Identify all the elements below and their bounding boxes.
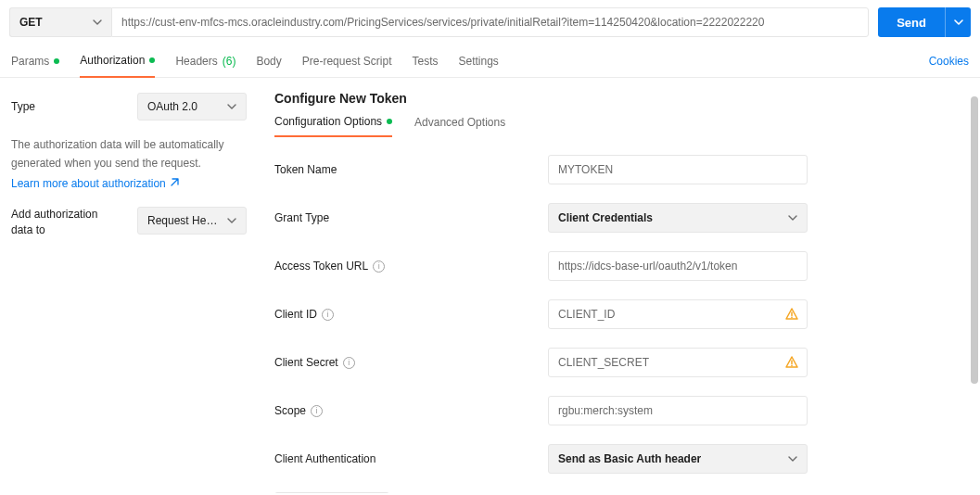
add-auth-data-select[interactable]: Request Hea... [137,207,247,235]
label-client-auth: Client Authentication [274,452,548,465]
tab-tests[interactable]: Tests [412,45,438,77]
svg-point-1 [791,316,793,318]
chevron-down-icon [954,18,963,27]
scrollbar-thumb[interactable] [971,96,978,384]
input-client-id-wrap [548,299,808,329]
scrollbar-track[interactable] [969,80,980,495]
select-value: Client Credentials [558,211,653,224]
sub-tabs: Configuration Options Advanced Options [274,115,963,138]
label-text: Scope [274,404,306,417]
row-client-id: Client ID i [274,299,963,329]
status-dot-icon [387,119,392,124]
input-client-secret-wrap [548,348,808,377]
input-client-id[interactable] [558,308,797,321]
auth-type-row: Type OAuth 2.0 [11,93,247,121]
main-area: Type OAuth 2.0 The authorization data wi… [0,78,980,493]
label-text: Client Authentication [274,452,375,465]
input-token-name[interactable] [558,163,797,176]
input-scope-wrap [548,396,808,425]
request-bar: GET Send [0,0,980,44]
info-icon[interactable]: i [322,309,334,321]
row-access-token-url: Access Token URL i [274,251,963,281]
label-text: Token Name [274,163,337,176]
external-link-icon [170,177,179,190]
auth-description-line: The authorization data will be automatic… [11,135,247,154]
method-value: GET [19,16,43,29]
row-client-auth: Client Authentication Send as Basic Auth… [274,444,963,474]
info-icon[interactable]: i [343,357,355,369]
send-dropdown-button[interactable] [945,7,971,37]
chevron-down-icon [788,213,797,222]
tab-label: Authorization [80,54,145,67]
tab-label: Headers [175,55,217,68]
tabs-row: Params Authorization Headers (6) Body Pr… [0,44,980,78]
input-token-name-wrap [548,155,808,184]
row-scope: Scope i [274,396,963,425]
learn-more-link[interactable]: Learn more about authorization [11,177,179,190]
send-button-group: Send [878,7,971,37]
learn-more-text: Learn more about authorization [11,177,166,190]
chevron-down-icon [227,102,236,111]
input-client-secret[interactable] [558,356,797,369]
tab-body[interactable]: Body [256,45,281,77]
tab-label: Params [11,55,49,68]
select-value: Send as Basic Auth header [558,452,701,465]
tab-prerequest-script[interactable]: Pre-request Script [302,45,392,77]
label-text: Access Token URL [274,260,368,273]
auth-type-value: OAuth 2.0 [147,100,197,113]
label-scope: Scope i [274,404,548,417]
input-scope[interactable] [558,404,797,417]
input-access-token-url-wrap [548,251,808,281]
info-icon[interactable]: i [311,405,323,417]
label-line: Add authorization [11,207,113,222]
input-access-token-url[interactable] [558,260,797,273]
oauth-config-panel: Configure New Token Configuration Option… [258,78,980,493]
url-input[interactable] [111,7,869,37]
chevron-down-icon [227,216,236,225]
info-icon[interactable]: i [373,260,385,273]
warning-icon [784,307,799,324]
add-auth-data-row: Add authorization data to Request Hea... [11,207,247,238]
panel-title: Configure New Token [274,91,963,106]
auth-sidebar: Type OAuth 2.0 The authorization data wi… [0,78,258,493]
label-access-token-url: Access Token URL i [274,260,548,273]
row-client-secret: Client Secret i [274,348,963,377]
select-client-auth[interactable]: Send as Basic Auth header [548,444,808,474]
chevron-down-icon [93,18,102,27]
clear-cookies-row: Clear cookies i [274,492,963,493]
label-client-secret: Client Secret i [274,356,548,369]
subtab-advanced-options[interactable]: Advanced Options [414,115,505,137]
select-grant-type[interactable]: Client Credentials [548,203,808,233]
tab-headers[interactable]: Headers (6) [175,45,235,77]
tab-params[interactable]: Params [11,45,59,77]
row-grant-type: Grant Type Client Credentials [274,203,963,233]
cookies-link[interactable]: Cookies [929,45,969,77]
type-label: Type [11,100,35,113]
label-text: Client ID [274,308,317,321]
headers-count: (6) [223,55,236,68]
auth-description-line: generated when you send the request. [11,154,247,172]
label-client-id: Client ID i [274,308,548,321]
add-auth-data-value: Request Hea... [147,214,222,227]
tab-settings[interactable]: Settings [459,45,499,77]
chevron-down-icon [788,454,797,463]
label-line: data to [11,222,113,238]
label-text: Client Secret [274,356,338,369]
subtab-configuration-options[interactable]: Configuration Options [274,115,392,137]
clear-cookies-button[interactable]: Clear cookies [274,492,389,493]
tab-authorization[interactable]: Authorization [80,44,155,78]
subtab-label: Configuration Options [274,115,382,128]
send-button[interactable]: Send [878,7,945,37]
add-auth-data-label: Add authorization data to [11,207,113,238]
svg-point-3 [791,364,793,366]
label-text: Grant Type [274,211,329,224]
row-token-name: Token Name [274,155,963,184]
label-token-name: Token Name [274,163,548,176]
auth-description: The authorization data will be automatic… [11,135,247,173]
status-dot-icon [54,58,59,64]
label-grant-type: Grant Type [274,211,548,224]
auth-type-select[interactable]: OAuth 2.0 [137,93,247,121]
method-select[interactable]: GET [9,7,111,37]
status-dot-icon [149,57,155,63]
warning-icon [784,355,799,373]
